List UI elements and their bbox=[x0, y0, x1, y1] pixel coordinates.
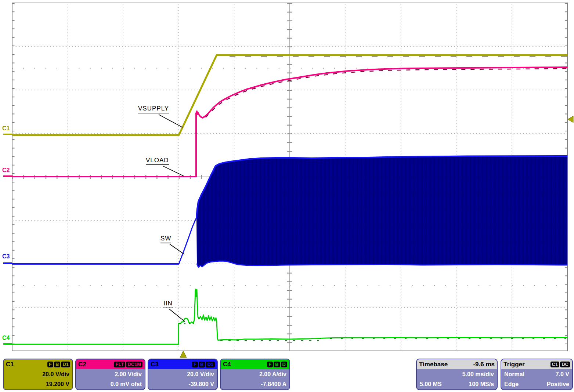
annotation-pointers bbox=[159, 115, 185, 322]
trace-vload-noise bbox=[206, 69, 567, 117]
c2-scale: 2.00 V/div bbox=[79, 369, 142, 379]
timebase-delay: -9.6 ms bbox=[473, 361, 495, 368]
channel-marker-c4[interactable]: C4 bbox=[2, 335, 10, 341]
c4-scale: 2.00 A/div bbox=[224, 369, 286, 379]
channel-box-c3[interactable]: C3 F B D1 20.0 V/div -39.800 V bbox=[148, 359, 218, 390]
channel-marker-line-c2 bbox=[3, 175, 12, 177]
c1-offset: 19.200 V bbox=[7, 379, 69, 389]
annotation-iin: IIN bbox=[163, 300, 173, 308]
trigger-level-marker[interactable] bbox=[568, 116, 573, 123]
c2-badge-flt: FLT bbox=[114, 362, 125, 367]
trigger-box[interactable]: Trigger C1 DC Normal 7.0 V Edge Positive bbox=[501, 359, 573, 390]
channel-box-c1[interactable]: C1 F B D1 20.0 V/div 19.200 V bbox=[3, 359, 73, 390]
channel-marker-c1[interactable]: C1 bbox=[2, 126, 10, 131]
channel-marker-c2[interactable]: C2 bbox=[2, 167, 10, 173]
channel-marker-c3[interactable]: C3 bbox=[2, 254, 10, 259]
trigger-time-marker[interactable] bbox=[180, 351, 187, 357]
c4-badge-b: B bbox=[274, 362, 280, 367]
c2-badge-dc1m: DC1M bbox=[126, 362, 142, 367]
annotation-vload: VLOAD bbox=[146, 157, 169, 165]
trigger-slope: Positive bbox=[547, 379, 569, 389]
c3-scale: 20.0 V/div bbox=[151, 369, 214, 379]
channel-box-c2-label: C2 bbox=[78, 361, 86, 368]
trigger-coupling-badge: DC bbox=[560, 362, 570, 367]
c1-badge-f: F bbox=[47, 362, 53, 367]
c3-offset: -39.800 V bbox=[151, 379, 214, 389]
annotation-sw: SW bbox=[160, 235, 171, 243]
channel-marker-line-c3 bbox=[3, 262, 12, 264]
trigger-header: Trigger C1 DC bbox=[501, 359, 572, 369]
trigger-level: 7.0 V bbox=[556, 369, 569, 379]
channel-box-c4-header: C4 F B D bbox=[221, 359, 289, 369]
c1-badge-b: B bbox=[54, 362, 60, 367]
trigger-title: Trigger bbox=[503, 361, 525, 368]
channel-box-c2[interactable]: C2 FLT DC1M 2.00 V/div 0.0 mV ofst bbox=[75, 359, 145, 390]
c1-badge-d1: D1 bbox=[61, 362, 70, 367]
c4-badge-d: D bbox=[281, 362, 287, 367]
channel-box-c1-label: C1 bbox=[6, 361, 14, 368]
trace-sw-rise bbox=[179, 218, 196, 264]
c1-scale: 20.0 V/div bbox=[7, 369, 69, 379]
c4-offset: -7.8400 A bbox=[224, 379, 286, 389]
timebase-samples: 5.00 MS bbox=[420, 379, 442, 389]
c3-badge-b: B bbox=[199, 362, 205, 367]
c2-offset: 0.0 mV ofst bbox=[79, 379, 142, 389]
channel-marker-line-c1 bbox=[3, 134, 12, 135]
channel-box-c2-header: C2 FLT DC1M bbox=[76, 359, 145, 369]
channel-box-c4-label: C4 bbox=[223, 361, 231, 368]
c3-badge-f: F bbox=[192, 362, 198, 367]
oscilloscope-screen: { "channels": [ {"label":"C1","badges":[… bbox=[0, 0, 574, 392]
c4-badge-f: F bbox=[267, 362, 273, 367]
timebase-rate: 100 MS/s bbox=[469, 379, 494, 389]
trigger-source-badge: C1 bbox=[550, 362, 560, 367]
channel-box-c3-label: C3 bbox=[151, 361, 159, 368]
trigger-mode: Normal bbox=[504, 369, 524, 379]
trace-sw-band bbox=[196, 156, 567, 267]
timebase-header: Timebase -9.6 ms bbox=[417, 359, 497, 369]
channel-box-c4[interactable]: C4 F B D 2.00 A/div -7.8400 A bbox=[220, 359, 290, 390]
trigger-kind: Edge bbox=[504, 379, 519, 389]
timebase-scale: 5.00 ms/div bbox=[420, 369, 494, 379]
channel-box-c1-header: C1 F B D1 bbox=[4, 359, 72, 369]
c3-badge-d1: D1 bbox=[206, 362, 215, 367]
timebase-box[interactable]: Timebase -9.6 ms 5.00 ms/div 5.00 MS 100… bbox=[416, 359, 498, 390]
channel-box-c3-header: C3 F B D1 bbox=[148, 359, 217, 369]
waveform-display bbox=[0, 0, 574, 359]
annotation-vsupply: VSUPPLY bbox=[138, 105, 169, 113]
channel-marker-line-c4 bbox=[3, 343, 12, 345]
timebase-title: Timebase bbox=[419, 361, 448, 368]
